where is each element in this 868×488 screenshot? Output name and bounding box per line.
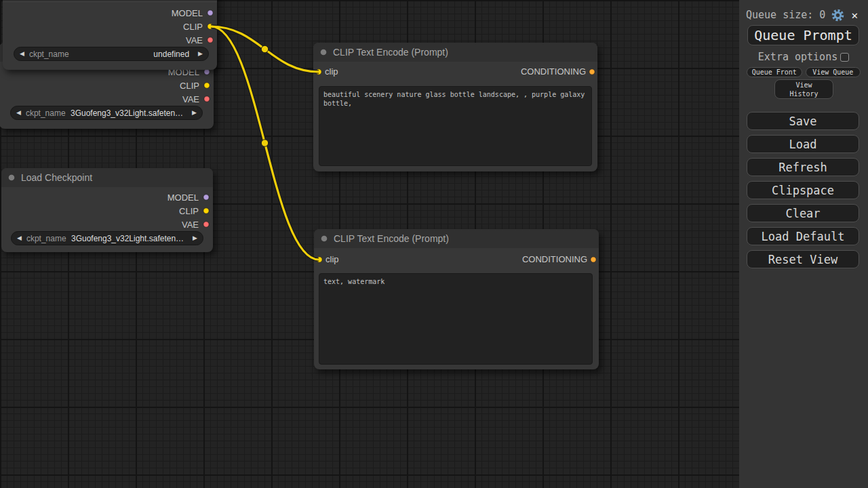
queue-size-value: 0 [819,9,825,21]
port-label: CLIP [179,206,199,216]
node-clip-text-encode-negative[interactable]: CLIP Text Encode (Prompt) clip CONDITION… [314,229,599,369]
node-title-bar[interactable] [3,0,217,2]
link-wire-clip-positive[interactable] [211,26,319,72]
clip-port-dot[interactable] [203,82,210,89]
queue-size-label: Queue size: [746,9,813,21]
vae-port-dot[interactable] [207,37,214,43]
model-port-dot[interactable] [207,9,214,16]
node-checkpoint-partial-top[interactable]: MODEL CLIP VAE ◀ ckpt_name undefined ▶ [3,0,217,70]
clip-port-dot[interactable] [203,207,210,214]
output-port-clip[interactable]: CLIP [183,20,214,33]
node-title-bar[interactable]: Load Checkpoint [1,168,213,187]
link-midpoint-dot[interactable] [261,45,268,52]
node-title-bar[interactable]: CLIP Text Encode (Prompt) [314,229,599,248]
output-port-model[interactable]: MODEL [172,6,214,20]
node-title: Load Checkpoint [21,172,92,183]
widget-label: ckpt_name [29,49,69,59]
clip-input-port-dot[interactable] [316,256,323,263]
output-port-vae[interactable]: VAE [182,92,210,106]
vae-port-dot[interactable] [203,221,210,228]
load-default-button[interactable]: Load Default [747,227,859,245]
clip-input-label: clip [326,254,339,264]
link-wire-shadow [211,26,319,260]
close-menu-icon[interactable]: ✕ [851,9,858,22]
model-port-dot[interactable] [203,194,210,201]
view-history-button[interactable]: View History [774,79,833,99]
link-wire-clip-negative[interactable] [211,26,319,260]
node-title: CLIP Text Encode (Prompt) [333,47,448,58]
reset-view-button[interactable]: Reset View [747,250,859,268]
conditioning-output-label: CONDITIONING [522,254,587,264]
widget-label: ckpt_name [26,108,66,118]
ckpt-name-widget[interactable]: ◀ ckpt_name 3Guofeng3_v32Light.safeten… … [11,231,203,245]
node-clip-text-encode-positive[interactable]: CLIP Text Encode (Prompt) clip CONDITION… [313,43,597,171]
save-button[interactable]: Save [747,112,859,130]
queue-prompt-button[interactable]: Queue Prompt [747,25,859,45]
port-label: CLIP [183,22,203,32]
widget-right-arrow-icon[interactable]: ▶ [198,51,203,57]
node-title: CLIP Text Encode (Prompt) [334,233,449,244]
ckpt-name-widget[interactable]: ◀ ckpt_name 3Guofeng3_v32Light.safeten… … [10,106,203,120]
prompt-textarea[interactable]: text, watermark [319,273,593,365]
widget-value: 3Guofeng3_v32Light.safeten… [71,234,184,243]
queue-front-button[interactable]: Queue Front [747,67,802,77]
port-label: MODEL [167,192,199,203]
widget-left-arrow-icon[interactable]: ◀ [17,235,22,241]
widget-value: 3Guofeng3_v32Light.safeten… [71,108,183,118]
conditioning-output-label: CONDITIONING [521,66,586,77]
node-graph-canvas[interactable]: MODEL CLIP VAE ◀ ckpt_name 3Guofeng3_v32… [0,0,739,488]
extra-options-label: Extra options [758,51,837,63]
collapse-dot-icon[interactable] [8,174,15,181]
collapse-dot-icon[interactable] [320,49,327,56]
widget-right-arrow-icon[interactable]: ▶ [192,110,197,116]
widget-right-arrow-icon[interactable]: ▶ [193,235,197,241]
output-port-vae[interactable]: VAE [182,218,210,231]
port-label: CLIP [180,81,199,91]
link-wire-shadow [211,26,319,72]
widget-value: undefined [153,49,189,59]
port-label: VAE [186,35,203,45]
widget-left-arrow-icon[interactable]: ◀ [16,110,21,116]
comfy-menu-panel: Queue size: 0 ✕ Queue Prompt Extra optio… [739,0,868,488]
view-queue-button[interactable]: View Queue [806,67,861,77]
output-port-clip[interactable]: CLIP [179,204,210,218]
ckpt-name-widget[interactable]: ◀ ckpt_name undefined ▶ [14,47,209,61]
clear-button[interactable]: Clear [747,204,859,222]
clipspace-button[interactable]: Clipspace [747,181,859,199]
clip-input-label: clip [325,66,338,77]
load-button[interactable]: Load [747,135,859,153]
port-label: MODEL [172,8,203,18]
conditioning-port-dot[interactable] [590,256,597,263]
clip-input-port-dot[interactable] [315,68,322,75]
refresh-button[interactable]: Refresh [747,158,859,176]
node-title-bar[interactable]: CLIP Text Encode (Prompt) [313,43,597,62]
node-load-checkpoint[interactable]: Load Checkpoint MODEL CLIP VAE ◀ ckpt_na… [1,168,213,252]
settings-gear-icon[interactable] [831,8,845,22]
widget-label: ckpt_name [26,234,66,243]
collapse-dot-icon[interactable] [321,235,328,242]
port-label: VAE [182,220,199,230]
link-midpoint-dot[interactable] [261,140,268,146]
output-port-clip[interactable]: CLIP [180,79,210,92]
vae-port-dot[interactable] [203,96,210,102]
clip-port-dot[interactable] [207,23,214,30]
output-port-model[interactable]: MODEL [167,190,210,204]
prompt-textarea[interactable]: beautiful scenery nature glass bottle la… [319,86,592,166]
extra-options-checkbox[interactable] [840,53,849,62]
widget-left-arrow-icon[interactable]: ◀ [20,51,24,57]
port-label: VAE [182,94,199,104]
output-port-vae[interactable]: VAE [186,33,214,47]
conditioning-port-dot[interactable] [589,68,595,75]
